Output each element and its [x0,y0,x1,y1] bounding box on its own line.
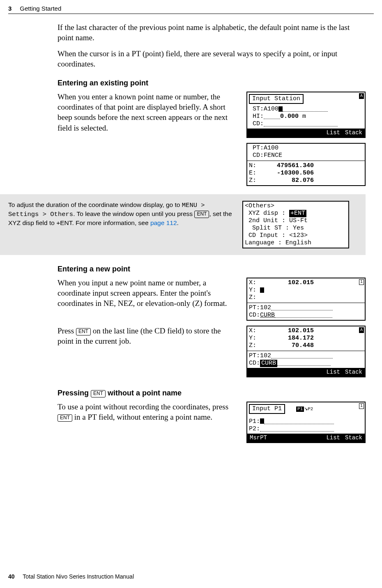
softkey-list[interactable]: List [326,369,340,376]
intro-p1: If the last character of the previous po… [58,22,366,43]
pt-label: PT: [253,145,264,152]
dotted-rule [275,312,332,318]
st-value: A100 [264,106,278,113]
cd-value: FENCE [264,152,282,159]
e-value: -10300.506 [256,170,314,177]
page-header: 3 Getting Started [0,0,382,14]
st-label: ST: [253,106,264,113]
key-ent: ENT [91,390,106,397]
title-a: Pressing [58,389,91,397]
second-unit-label: 2nd Unit [249,217,278,224]
no-name-body: To use a point without recording the coo… [58,402,238,422]
new-point-row1: When you input a new point name or numbe… [58,278,366,321]
page-footer: 40 Total Station Nivo Series Instruction… [8,573,134,580]
z-value: 70.448 [256,342,314,349]
cd-value: CURB [260,312,275,319]
cd-label: CD: [249,360,260,367]
cd-input-value: <123> [289,232,308,239]
z-label: Z: [249,177,256,184]
lcd-title: Input Station [249,94,304,104]
hi-label: HI: [253,113,264,120]
note-t2: . To leave the window open until you pre… [73,210,194,217]
softkey-stack[interactable]: Stack [345,369,362,376]
p1-label: P1: [249,418,260,425]
split-st-label: Split ST [252,225,282,232]
lcd-input-station: A Input Station ST:A100 HI:0.000 m CD: L… [246,92,366,138]
mode-indicator: A [359,93,364,99]
p1a: To use a point without recording the coo… [58,402,228,411]
softkey-list[interactable]: List [326,434,340,441]
section-no-name: Pressing ENT without a point name To use… [58,389,366,443]
second-unit-value: US-Ft [289,217,308,224]
badge-p1: P1 [296,407,304,412]
intro-p2: When the cursor is in a PT (point) field… [58,48,366,69]
chapter-number: 3 [8,5,12,12]
dotted-rule [277,360,331,366]
spacer [249,416,363,418]
cursor-icon [260,418,264,424]
note-t1: To adjust the duration of the coordinate… [8,201,182,208]
no-name-row: To use a point without recording the coo… [58,402,366,443]
cd-input-label: CD Input [249,232,278,239]
cd-label: CD: [253,120,264,127]
content-area: If the last character of the previous po… [0,14,382,443]
z-label: Z: [249,294,256,301]
pt-label: PT: [249,304,260,311]
note-block: To adjust the duration of the coordinate… [0,194,366,255]
softkey-stack[interactable]: Stack [345,434,362,441]
chapter-title: Getting Started [20,5,61,12]
cd-value: CURB [260,360,277,367]
pt-label: PT: [249,352,260,359]
cd-label: CD: [253,152,264,159]
new-point-p1: When you input a new point name or numbe… [58,278,238,308]
mode-indicator: 1 [359,279,364,285]
pt-value: 102 [260,352,271,359]
dotted-rule [271,353,333,358]
cd-label: CD: [249,312,260,319]
new-point-screen2-col: A X:102.015 Y:184.172 Z:70.448 PT:102 CD… [246,326,366,377]
e-label: E: [249,170,256,177]
lcd-title: Input P1 [249,404,285,414]
softkey-stack[interactable]: Stack [345,129,362,136]
x-label: X: [249,279,256,286]
lcd-input-p1: 1 Input P1 P1↘P2 P1: P2: MsrPT List Stac… [246,402,366,443]
split-st-value: Yes [293,225,304,232]
key-ent: ENT [58,414,72,422]
z-value: 82.076 [256,177,314,184]
dotted-rule [264,113,280,119]
existing-point-body: When you enter a known point name or num… [58,92,238,133]
softkey-bar: List Stack [247,368,365,377]
xyz-disp-value[interactable]: +ENT [289,210,306,217]
key-ent: ENT [194,211,209,218]
new-point-screen1-col: 1 X:102.015 Y: Z: PT:102 CD:CURB [246,278,366,321]
p2-label: P2: [249,425,260,432]
n-label: N: [249,162,256,169]
key-ent: ENT [76,328,91,335]
softkey-bar: List Stack [247,129,365,137]
softkey-msrpt[interactable]: MsrPT [250,434,267,441]
x-value: 102.015 [256,327,314,335]
new-point-p2: Press ENT on the last line (the CD field… [58,326,238,346]
dotted-rule [283,106,328,112]
heading-no-point-name: Pressing ENT without a point name [58,389,366,397]
existing-point-row: When you enter a known point name or num… [58,92,366,186]
p1b: in a PT field, without entering a point … [72,413,212,421]
new-point-row2: Press ENT on the last line (the CD field… [58,326,366,377]
x-label: X: [249,327,256,334]
existing-point-screens: A Input Station ST:A100 HI:0.000 m CD: L… [246,92,366,186]
lcd-others-settings: <Others> XYZ disp : +ENT 2nd Unit : US-F… [242,201,349,248]
lcd-coord-input-1: 1 X:102.015 Y: Z: PT:102 CD:CURB [246,278,366,321]
softkey-bar: MsrPT List Stack [247,434,365,442]
lcd-title: <Others> [245,202,274,209]
lcd-coord-display: PT:A100 CD:FENCE N:479561.340 E:-10300.5… [246,143,366,186]
softkey-list[interactable]: List [326,129,340,136]
xyz-disp-label: XYZ disp [249,210,278,217]
y-label: Y: [249,335,256,342]
link-page-112[interactable]: page 112 [150,219,177,226]
no-name-screen-col: 1 Input P1 P1↘P2 P1: P2: MsrPT List Stac… [246,402,366,443]
language-label: Language [245,239,274,246]
dotted-rule [264,121,338,126]
dotted-rule [264,418,334,424]
mode-indicator: A [359,327,364,333]
pt-value: A100 [264,145,278,152]
